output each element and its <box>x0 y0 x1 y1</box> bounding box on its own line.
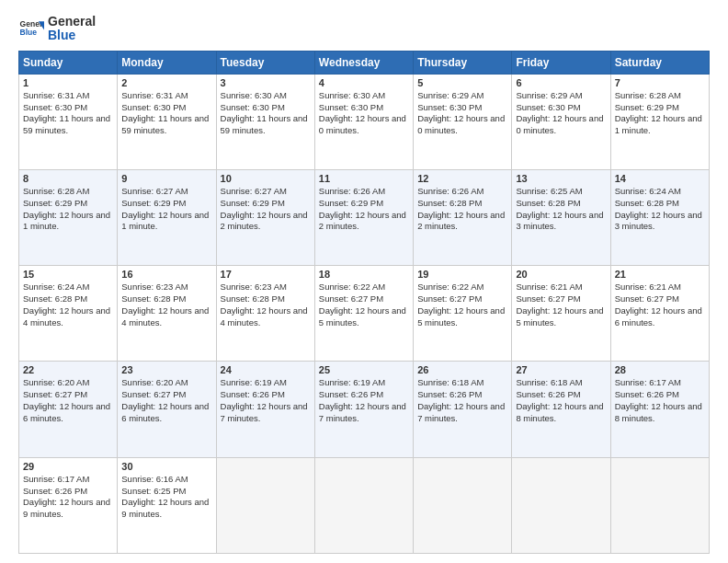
logo-general: General <box>48 15 96 29</box>
day-number: 18 <box>319 269 409 280</box>
logo-blue: Blue <box>48 29 96 42</box>
calendar-header-cell: Monday <box>118 51 216 74</box>
day-number: 2 <box>121 77 211 88</box>
day-number: 20 <box>516 269 606 280</box>
day-info: Sunrise: 6:26 AMSunset: 6:29 PMDaylight:… <box>319 186 409 233</box>
calendar-day-cell: 28Sunrise: 6:17 AMSunset: 6:26 PMDayligh… <box>610 362 709 457</box>
day-info: Sunrise: 6:20 AMSunset: 6:27 PMDaylight:… <box>23 377 113 424</box>
day-number: 27 <box>516 364 606 375</box>
calendar-day-cell <box>216 457 314 553</box>
day-info: Sunrise: 6:16 AMSunset: 6:25 PMDaylight:… <box>121 474 211 521</box>
day-number: 30 <box>121 461 211 472</box>
day-number: 7 <box>615 77 705 88</box>
day-info: Sunrise: 6:29 AMSunset: 6:30 PMDaylight:… <box>417 90 507 137</box>
day-number: 11 <box>319 173 409 184</box>
calendar-day-cell: 18Sunrise: 6:22 AMSunset: 6:27 PMDayligh… <box>314 266 413 362</box>
calendar-week-row: 15Sunrise: 6:24 AMSunset: 6:28 PMDayligh… <box>19 266 710 362</box>
calendar-day-cell: 25Sunrise: 6:19 AMSunset: 6:26 PMDayligh… <box>314 362 413 457</box>
calendar-day-cell <box>610 457 709 553</box>
day-info: Sunrise: 6:23 AMSunset: 6:28 PMDaylight:… <box>221 282 311 328</box>
calendar-day-cell: 12Sunrise: 6:26 AMSunset: 6:28 PMDayligh… <box>414 170 512 266</box>
svg-text:Blue: Blue <box>20 28 38 37</box>
calendar-week-row: 8Sunrise: 6:28 AMSunset: 6:29 PMDaylight… <box>19 170 710 266</box>
day-number: 25 <box>319 364 409 375</box>
calendar-header-cell: Tuesday <box>216 51 314 74</box>
calendar-header-row: SundayMondayTuesdayWednesdayThursdayFrid… <box>19 51 710 74</box>
calendar-week-row: 1Sunrise: 6:31 AMSunset: 6:30 PMDaylight… <box>19 74 710 169</box>
calendar-day-cell: 19Sunrise: 6:22 AMSunset: 6:27 PMDayligh… <box>414 266 512 362</box>
calendar-day-cell: 2Sunrise: 6:31 AMSunset: 6:30 PMDaylight… <box>118 74 216 169</box>
calendar-day-cell: 29Sunrise: 6:17 AMSunset: 6:26 PMDayligh… <box>19 457 118 553</box>
day-info: Sunrise: 6:30 AMSunset: 6:30 PMDaylight:… <box>221 90 311 137</box>
calendar-day-cell <box>512 457 610 553</box>
day-info: Sunrise: 6:22 AMSunset: 6:27 PMDaylight:… <box>319 282 409 328</box>
day-info: Sunrise: 6:22 AMSunset: 6:27 PMDaylight:… <box>417 282 507 328</box>
day-info: Sunrise: 6:27 AMSunset: 6:29 PMDaylight:… <box>221 186 311 233</box>
calendar-day-cell: 14Sunrise: 6:24 AMSunset: 6:28 PMDayligh… <box>610 170 709 266</box>
day-number: 14 <box>615 173 705 184</box>
day-number: 26 <box>417 364 507 375</box>
day-number: 22 <box>23 364 113 375</box>
calendar-week-row: 29Sunrise: 6:17 AMSunset: 6:26 PMDayligh… <box>19 457 710 553</box>
day-number: 29 <box>23 461 113 472</box>
day-info: Sunrise: 6:18 AMSunset: 6:26 PMDaylight:… <box>417 377 507 424</box>
day-number: 19 <box>417 269 507 280</box>
calendar-day-cell: 1Sunrise: 6:31 AMSunset: 6:30 PMDaylight… <box>19 74 118 169</box>
day-info: Sunrise: 6:30 AMSunset: 6:30 PMDaylight:… <box>319 90 409 137</box>
day-info: Sunrise: 6:18 AMSunset: 6:26 PMDaylight:… <box>516 377 606 424</box>
calendar-day-cell: 5Sunrise: 6:29 AMSunset: 6:30 PMDaylight… <box>414 74 512 169</box>
calendar-day-cell: 17Sunrise: 6:23 AMSunset: 6:28 PMDayligh… <box>216 266 314 362</box>
day-info: Sunrise: 6:23 AMSunset: 6:28 PMDaylight:… <box>121 282 211 328</box>
calendar-day-cell: 6Sunrise: 6:29 AMSunset: 6:30 PMDaylight… <box>512 74 610 169</box>
calendar-day-cell: 10Sunrise: 6:27 AMSunset: 6:29 PMDayligh… <box>216 170 314 266</box>
calendar-day-cell <box>314 457 413 553</box>
day-number: 23 <box>121 364 211 375</box>
day-number: 17 <box>221 269 311 280</box>
day-number: 4 <box>319 77 409 88</box>
day-info: Sunrise: 6:21 AMSunset: 6:27 PMDaylight:… <box>615 282 705 328</box>
header: General Blue General Blue <box>18 15 710 43</box>
day-info: Sunrise: 6:26 AMSunset: 6:28 PMDaylight:… <box>417 186 507 233</box>
calendar-day-cell: 21Sunrise: 6:21 AMSunset: 6:27 PMDayligh… <box>610 266 709 362</box>
calendar-body: 1Sunrise: 6:31 AMSunset: 6:30 PMDaylight… <box>19 74 710 553</box>
day-number: 6 <box>516 77 606 88</box>
day-info: Sunrise: 6:28 AMSunset: 6:29 PMDaylight:… <box>23 186 113 233</box>
calendar-day-cell: 7Sunrise: 6:28 AMSunset: 6:29 PMDaylight… <box>610 74 709 169</box>
calendar-day-cell: 30Sunrise: 6:16 AMSunset: 6:25 PMDayligh… <box>118 457 216 553</box>
day-info: Sunrise: 6:19 AMSunset: 6:26 PMDaylight:… <box>221 377 311 424</box>
calendar-header-cell: Friday <box>512 51 610 74</box>
logo-icon: General Blue <box>18 16 44 41</box>
day-number: 13 <box>516 173 606 184</box>
calendar-day-cell: 16Sunrise: 6:23 AMSunset: 6:28 PMDayligh… <box>118 266 216 362</box>
calendar-week-row: 22Sunrise: 6:20 AMSunset: 6:27 PMDayligh… <box>19 362 710 457</box>
day-info: Sunrise: 6:24 AMSunset: 6:28 PMDaylight:… <box>23 282 113 328</box>
day-number: 8 <box>23 173 113 184</box>
day-number: 24 <box>221 364 311 375</box>
calendar-day-cell: 15Sunrise: 6:24 AMSunset: 6:28 PMDayligh… <box>19 266 118 362</box>
day-info: Sunrise: 6:24 AMSunset: 6:28 PMDaylight:… <box>615 186 705 233</box>
calendar-header-cell: Thursday <box>414 51 512 74</box>
day-info: Sunrise: 6:25 AMSunset: 6:28 PMDaylight:… <box>516 186 606 233</box>
calendar-day-cell: 22Sunrise: 6:20 AMSunset: 6:27 PMDayligh… <box>19 362 118 457</box>
calendar-day-cell: 9Sunrise: 6:27 AMSunset: 6:29 PMDaylight… <box>118 170 216 266</box>
day-number: 12 <box>417 173 507 184</box>
calendar-header-cell: Wednesday <box>314 51 413 74</box>
day-info: Sunrise: 6:19 AMSunset: 6:26 PMDaylight:… <box>319 377 409 424</box>
day-number: 5 <box>417 77 507 88</box>
calendar-day-cell: 13Sunrise: 6:25 AMSunset: 6:28 PMDayligh… <box>512 170 610 266</box>
day-info: Sunrise: 6:28 AMSunset: 6:29 PMDaylight:… <box>615 90 705 137</box>
calendar-day-cell: 3Sunrise: 6:30 AMSunset: 6:30 PMDaylight… <box>216 74 314 169</box>
calendar-day-cell: 27Sunrise: 6:18 AMSunset: 6:26 PMDayligh… <box>512 362 610 457</box>
day-info: Sunrise: 6:17 AMSunset: 6:26 PMDaylight:… <box>615 377 705 424</box>
day-info: Sunrise: 6:27 AMSunset: 6:29 PMDaylight:… <box>121 186 211 233</box>
page: General Blue General Blue SundayMondayTu… <box>0 0 728 563</box>
day-info: Sunrise: 6:31 AMSunset: 6:30 PMDaylight:… <box>121 90 211 137</box>
day-info: Sunrise: 6:31 AMSunset: 6:30 PMDaylight:… <box>23 90 113 137</box>
calendar-day-cell: 4Sunrise: 6:30 AMSunset: 6:30 PMDaylight… <box>314 74 413 169</box>
calendar-day-cell: 26Sunrise: 6:18 AMSunset: 6:26 PMDayligh… <box>414 362 512 457</box>
calendar-header-cell: Sunday <box>19 51 118 74</box>
day-number: 16 <box>121 269 211 280</box>
calendar-day-cell <box>414 457 512 553</box>
calendar-table: SundayMondayTuesdayWednesdayThursdayFrid… <box>18 51 710 554</box>
day-number: 21 <box>615 269 705 280</box>
